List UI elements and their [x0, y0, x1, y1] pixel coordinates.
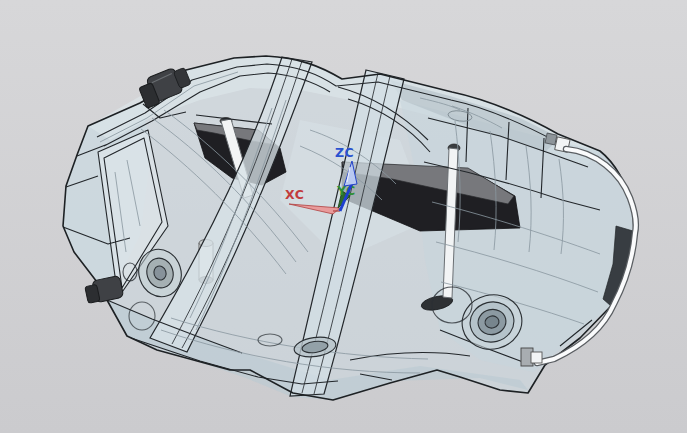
axis-x-label: XC	[285, 187, 304, 202]
wire-anchor-gray	[545, 133, 557, 145]
graphics-window[interactable]: XC YC ZC	[0, 0, 687, 433]
wire-anchor-bottom	[531, 352, 542, 363]
cad-viewport[interactable]: XC YC ZC	[0, 0, 687, 433]
axis-z-label: ZC	[335, 145, 354, 160]
